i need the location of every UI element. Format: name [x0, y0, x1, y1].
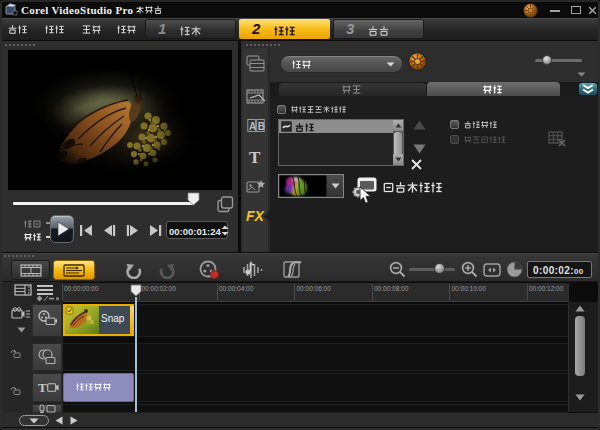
svg-text:B: B [258, 121, 265, 132]
svg-text:A: A [249, 121, 256, 132]
